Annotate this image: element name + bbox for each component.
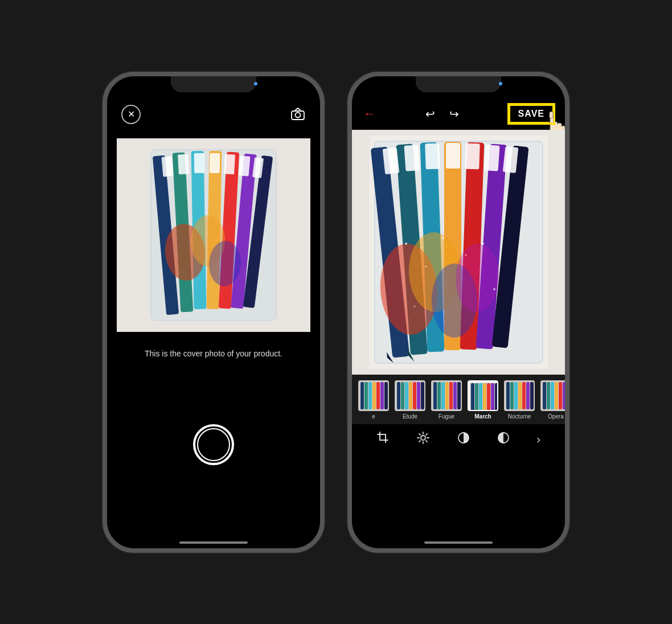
svg-rect-48 [483,145,499,171]
svg-rect-69 [441,382,445,409]
filter-label-etude: Etude [403,413,417,420]
undo-icon[interactable]: ↩ [425,107,435,121]
svg-rect-18 [224,154,235,174]
save-button-wrapper: SAVE [509,105,554,123]
svg-point-107 [421,436,425,440]
svg-rect-51 [360,382,364,409]
svg-rect-14 [161,156,173,176]
camera-viewfinder [117,138,310,332]
shutter-inner-ring [197,428,230,461]
filter-thumb-march [468,380,498,411]
shutter-button[interactable] [193,424,234,465]
filter-strip: eEtudeFugueMarchNocturneOperaOver [352,375,565,424]
filter-thumb-opera [540,380,565,411]
svg-rect-56 [380,382,384,409]
svg-rect-68 [437,382,441,409]
more-tools-icon[interactable]: › [536,433,540,446]
svg-rect-45 [425,143,440,169]
svg-rect-93 [547,382,550,409]
shutter-area [193,358,234,531]
editor-top-bar: ← ↩ ↪ SAVE [352,76,565,130]
brightness-tool-icon[interactable] [416,431,430,448]
filter-label-opera: Opera [548,413,564,420]
svg-rect-79 [487,383,490,410]
svg-rect-72 [453,382,457,409]
svg-point-41 [414,305,416,307]
home-indicator-left[interactable] [179,541,248,544]
svg-rect-75 [471,383,474,410]
close-button[interactable]: ✕ [121,105,141,124]
filter-label-e: e [372,413,375,420]
crop-tool-icon[interactable] [376,431,390,448]
editor-image [352,130,565,375]
filter-thumb-nocturne [504,380,535,411]
filter-item-opera[interactable]: Opera [539,380,565,420]
svg-point-37 [425,265,427,267]
home-indicator-right[interactable] [424,541,493,544]
svg-rect-47 [465,143,480,169]
left-phone: ✕ [103,72,325,553]
svg-rect-53 [368,382,372,409]
filter-label-nocturne: Nocturne [508,413,531,420]
svg-point-42 [493,288,495,290]
redo-icon[interactable]: ↪ [449,107,459,121]
svg-rect-43 [383,147,400,174]
svg-rect-62 [409,382,412,409]
svg-rect-44 [404,145,420,171]
filter-item-etude[interactable]: Etude [393,380,427,420]
undo-redo-group: ↩ ↪ [425,107,459,121]
status-dot-left [254,82,257,85]
contrast-tool-icon[interactable] [497,431,510,448]
svg-rect-21 [550,112,553,118]
svg-rect-96 [559,382,562,409]
svg-rect-16 [194,153,205,173]
svg-rect-92 [543,382,546,409]
svg-rect-52 [364,382,368,409]
svg-rect-59 [397,382,400,409]
svg-rect-81 [495,383,498,410]
svg-rect-63 [413,382,416,409]
svg-rect-84 [506,382,510,409]
filter-item-fugue[interactable]: Fugue [429,380,464,420]
saturation-tool-icon[interactable] [457,431,470,448]
svg-rect-86 [514,382,518,409]
filter-label-march: March [474,413,491,420]
svg-rect-61 [405,382,408,409]
filter-thumb-etude [395,380,425,411]
filter-label-fugue: Fugue [439,413,454,420]
svg-rect-55 [376,382,380,409]
filter-thumb-e [358,380,389,411]
svg-rect-73 [457,382,461,409]
filter-thumb-fugue [431,380,462,411]
right-phone: ← ↩ ↪ SAVE [347,72,569,553]
filter-item-e[interactable]: e [357,380,391,420]
camera-screen: ✕ [107,76,320,548]
bottom-tools: › [352,424,565,465]
svg-rect-94 [551,382,554,409]
svg-rect-15 [178,154,189,174]
svg-rect-70 [445,382,449,409]
svg-rect-54 [372,382,376,409]
svg-rect-60 [401,382,404,409]
svg-rect-88 [522,382,526,409]
svg-rect-78 [483,383,486,410]
camera-caption: This is the cover photo of your product. [122,349,305,358]
svg-rect-71 [449,382,453,409]
svg-rect-77 [479,383,482,410]
filter-item-nocturne[interactable]: Nocturne [502,380,536,420]
svg-rect-76 [475,383,478,410]
svg-rect-57 [384,382,388,409]
svg-rect-65 [421,382,424,409]
svg-rect-95 [555,382,558,409]
back-arrow-icon[interactable]: ← [363,106,376,121]
svg-point-39 [465,254,467,256]
flip-camera-icon[interactable] [290,106,306,122]
svg-rect-97 [563,382,565,409]
svg-rect-85 [510,382,514,409]
filter-item-march[interactable]: March [466,380,500,420]
svg-rect-80 [491,383,494,410]
editor-screen: ← ↩ ↪ SAVE [352,76,565,548]
svg-rect-46 [446,143,460,169]
svg-rect-49 [503,146,519,173]
camera-top-bar: ✕ [107,76,320,133]
